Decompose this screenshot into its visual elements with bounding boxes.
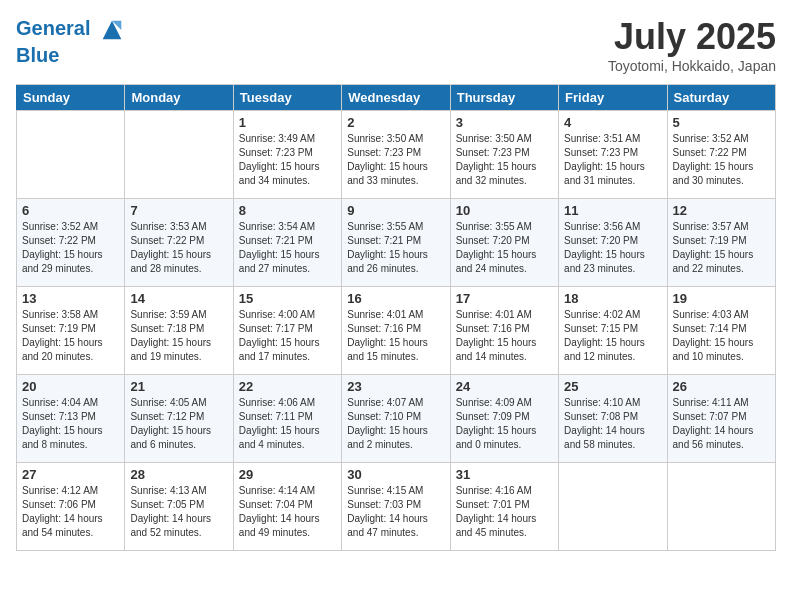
day-info: Sunrise: 4:07 AM Sunset: 7:10 PM Dayligh… bbox=[347, 396, 444, 452]
day-info: Sunrise: 3:52 AM Sunset: 7:22 PM Dayligh… bbox=[22, 220, 119, 276]
day-number: 25 bbox=[564, 379, 661, 394]
calendar-table: SundayMondayTuesdayWednesdayThursdayFrid… bbox=[16, 84, 776, 551]
day-number: 27 bbox=[22, 467, 119, 482]
logo-icon bbox=[98, 16, 126, 44]
day-cell: 8Sunrise: 3:54 AM Sunset: 7:21 PM Daylig… bbox=[233, 199, 341, 287]
weekday-header-saturday: Saturday bbox=[667, 85, 775, 111]
day-number: 26 bbox=[673, 379, 770, 394]
weekday-header-monday: Monday bbox=[125, 85, 233, 111]
day-number: 24 bbox=[456, 379, 553, 394]
week-row-1: 1Sunrise: 3:49 AM Sunset: 7:23 PM Daylig… bbox=[17, 111, 776, 199]
day-info: Sunrise: 4:13 AM Sunset: 7:05 PM Dayligh… bbox=[130, 484, 227, 540]
day-number: 16 bbox=[347, 291, 444, 306]
day-cell: 25Sunrise: 4:10 AM Sunset: 7:08 PM Dayli… bbox=[559, 375, 667, 463]
day-info: Sunrise: 3:55 AM Sunset: 7:21 PM Dayligh… bbox=[347, 220, 444, 276]
day-cell: 14Sunrise: 3:59 AM Sunset: 7:18 PM Dayli… bbox=[125, 287, 233, 375]
day-number: 31 bbox=[456, 467, 553, 482]
day-cell: 31Sunrise: 4:16 AM Sunset: 7:01 PM Dayli… bbox=[450, 463, 558, 551]
day-cell: 4Sunrise: 3:51 AM Sunset: 7:23 PM Daylig… bbox=[559, 111, 667, 199]
day-info: Sunrise: 4:15 AM Sunset: 7:03 PM Dayligh… bbox=[347, 484, 444, 540]
day-cell: 16Sunrise: 4:01 AM Sunset: 7:16 PM Dayli… bbox=[342, 287, 450, 375]
day-cell: 17Sunrise: 4:01 AM Sunset: 7:16 PM Dayli… bbox=[450, 287, 558, 375]
logo-general: General bbox=[16, 17, 90, 39]
day-cell: 29Sunrise: 4:14 AM Sunset: 7:04 PM Dayli… bbox=[233, 463, 341, 551]
day-info: Sunrise: 3:50 AM Sunset: 7:23 PM Dayligh… bbox=[456, 132, 553, 188]
day-number: 12 bbox=[673, 203, 770, 218]
title-block: July 2025 Toyotomi, Hokkaido, Japan bbox=[608, 16, 776, 74]
page-header: General Blue July 2025 Toyotomi, Hokkaid… bbox=[16, 16, 776, 74]
day-number: 2 bbox=[347, 115, 444, 130]
day-number: 6 bbox=[22, 203, 119, 218]
day-info: Sunrise: 3:59 AM Sunset: 7:18 PM Dayligh… bbox=[130, 308, 227, 364]
day-cell: 26Sunrise: 4:11 AM Sunset: 7:07 PM Dayli… bbox=[667, 375, 775, 463]
day-info: Sunrise: 3:55 AM Sunset: 7:20 PM Dayligh… bbox=[456, 220, 553, 276]
day-info: Sunrise: 4:04 AM Sunset: 7:13 PM Dayligh… bbox=[22, 396, 119, 452]
day-number: 7 bbox=[130, 203, 227, 218]
day-cell: 6Sunrise: 3:52 AM Sunset: 7:22 PM Daylig… bbox=[17, 199, 125, 287]
day-cell: 3Sunrise: 3:50 AM Sunset: 7:23 PM Daylig… bbox=[450, 111, 558, 199]
day-info: Sunrise: 3:50 AM Sunset: 7:23 PM Dayligh… bbox=[347, 132, 444, 188]
day-number: 13 bbox=[22, 291, 119, 306]
day-info: Sunrise: 4:12 AM Sunset: 7:06 PM Dayligh… bbox=[22, 484, 119, 540]
weekday-header-sunday: Sunday bbox=[17, 85, 125, 111]
day-number: 23 bbox=[347, 379, 444, 394]
day-info: Sunrise: 4:06 AM Sunset: 7:11 PM Dayligh… bbox=[239, 396, 336, 452]
day-cell: 30Sunrise: 4:15 AM Sunset: 7:03 PM Dayli… bbox=[342, 463, 450, 551]
day-cell: 21Sunrise: 4:05 AM Sunset: 7:12 PM Dayli… bbox=[125, 375, 233, 463]
day-cell: 15Sunrise: 4:00 AM Sunset: 7:17 PM Dayli… bbox=[233, 287, 341, 375]
day-info: Sunrise: 3:52 AM Sunset: 7:22 PM Dayligh… bbox=[673, 132, 770, 188]
day-cell: 2Sunrise: 3:50 AM Sunset: 7:23 PM Daylig… bbox=[342, 111, 450, 199]
day-cell: 28Sunrise: 4:13 AM Sunset: 7:05 PM Dayli… bbox=[125, 463, 233, 551]
day-cell bbox=[125, 111, 233, 199]
day-cell: 11Sunrise: 3:56 AM Sunset: 7:20 PM Dayli… bbox=[559, 199, 667, 287]
day-info: Sunrise: 4:05 AM Sunset: 7:12 PM Dayligh… bbox=[130, 396, 227, 452]
day-cell: 20Sunrise: 4:04 AM Sunset: 7:13 PM Dayli… bbox=[17, 375, 125, 463]
day-info: Sunrise: 3:51 AM Sunset: 7:23 PM Dayligh… bbox=[564, 132, 661, 188]
day-number: 14 bbox=[130, 291, 227, 306]
day-info: Sunrise: 4:00 AM Sunset: 7:17 PM Dayligh… bbox=[239, 308, 336, 364]
day-cell: 24Sunrise: 4:09 AM Sunset: 7:09 PM Dayli… bbox=[450, 375, 558, 463]
day-info: Sunrise: 4:03 AM Sunset: 7:14 PM Dayligh… bbox=[673, 308, 770, 364]
month-title: July 2025 bbox=[608, 16, 776, 58]
day-cell: 19Sunrise: 4:03 AM Sunset: 7:14 PM Dayli… bbox=[667, 287, 775, 375]
day-cell: 23Sunrise: 4:07 AM Sunset: 7:10 PM Dayli… bbox=[342, 375, 450, 463]
day-info: Sunrise: 4:09 AM Sunset: 7:09 PM Dayligh… bbox=[456, 396, 553, 452]
day-cell: 12Sunrise: 3:57 AM Sunset: 7:19 PM Dayli… bbox=[667, 199, 775, 287]
day-cell: 13Sunrise: 3:58 AM Sunset: 7:19 PM Dayli… bbox=[17, 287, 125, 375]
day-number: 18 bbox=[564, 291, 661, 306]
day-info: Sunrise: 4:14 AM Sunset: 7:04 PM Dayligh… bbox=[239, 484, 336, 540]
day-info: Sunrise: 3:58 AM Sunset: 7:19 PM Dayligh… bbox=[22, 308, 119, 364]
day-info: Sunrise: 4:02 AM Sunset: 7:15 PM Dayligh… bbox=[564, 308, 661, 364]
day-cell: 18Sunrise: 4:02 AM Sunset: 7:15 PM Dayli… bbox=[559, 287, 667, 375]
day-cell: 1Sunrise: 3:49 AM Sunset: 7:23 PM Daylig… bbox=[233, 111, 341, 199]
day-number: 29 bbox=[239, 467, 336, 482]
day-number: 11 bbox=[564, 203, 661, 218]
day-number: 21 bbox=[130, 379, 227, 394]
day-cell: 10Sunrise: 3:55 AM Sunset: 7:20 PM Dayli… bbox=[450, 199, 558, 287]
day-number: 30 bbox=[347, 467, 444, 482]
day-info: Sunrise: 4:01 AM Sunset: 7:16 PM Dayligh… bbox=[456, 308, 553, 364]
day-number: 28 bbox=[130, 467, 227, 482]
day-number: 22 bbox=[239, 379, 336, 394]
day-cell: 27Sunrise: 4:12 AM Sunset: 7:06 PM Dayli… bbox=[17, 463, 125, 551]
week-row-5: 27Sunrise: 4:12 AM Sunset: 7:06 PM Dayli… bbox=[17, 463, 776, 551]
day-number: 15 bbox=[239, 291, 336, 306]
day-number: 3 bbox=[456, 115, 553, 130]
day-info: Sunrise: 3:53 AM Sunset: 7:22 PM Dayligh… bbox=[130, 220, 227, 276]
logo-blue: Blue bbox=[16, 44, 126, 66]
day-cell: 9Sunrise: 3:55 AM Sunset: 7:21 PM Daylig… bbox=[342, 199, 450, 287]
weekday-header-friday: Friday bbox=[559, 85, 667, 111]
day-number: 5 bbox=[673, 115, 770, 130]
day-number: 9 bbox=[347, 203, 444, 218]
weekday-header-wednesday: Wednesday bbox=[342, 85, 450, 111]
logo-text: General bbox=[16, 16, 126, 44]
location: Toyotomi, Hokkaido, Japan bbox=[608, 58, 776, 74]
day-info: Sunrise: 3:56 AM Sunset: 7:20 PM Dayligh… bbox=[564, 220, 661, 276]
weekday-header-tuesday: Tuesday bbox=[233, 85, 341, 111]
day-info: Sunrise: 3:54 AM Sunset: 7:21 PM Dayligh… bbox=[239, 220, 336, 276]
day-cell bbox=[667, 463, 775, 551]
day-cell bbox=[17, 111, 125, 199]
day-info: Sunrise: 3:57 AM Sunset: 7:19 PM Dayligh… bbox=[673, 220, 770, 276]
day-number: 20 bbox=[22, 379, 119, 394]
day-info: Sunrise: 3:49 AM Sunset: 7:23 PM Dayligh… bbox=[239, 132, 336, 188]
